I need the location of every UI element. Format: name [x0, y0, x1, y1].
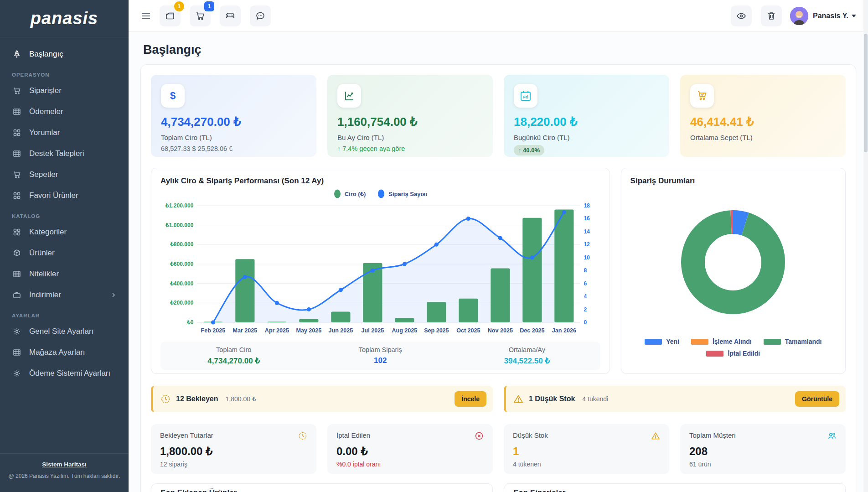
svg-text:Mar 2025: Mar 2025 — [233, 327, 258, 334]
cart-check-icon — [690, 84, 714, 108]
user-menu[interactable]: Panasis Y. — [790, 7, 856, 25]
alert-sub: 1,800.00 ₺ — [226, 395, 256, 403]
sidebar-item-label: Siparişler — [29, 86, 62, 95]
mini-card-toplam-musteri: Toplam Müşteri 208 61 ürün — [680, 424, 846, 474]
brand-logo[interactable]: panasis — [0, 0, 129, 37]
warning-icon — [651, 431, 660, 440]
svg-text:₺200.000: ₺200.000 — [170, 300, 194, 306]
sidebar-item-odeme-sistemi-ayarlari[interactable]: Ödeme Sistemi Ayarları — [0, 363, 129, 384]
combo-chart-legend: Ciro (₺) Sipariş Sayısı — [160, 187, 600, 200]
sidebar-item-urunler[interactable]: Ürünler — [0, 243, 129, 264]
svg-text:₺1.000.000: ₺1.000.000 — [165, 222, 194, 228]
footer-stat-value: 4,734,270.00 ₺ — [160, 356, 307, 366]
stat-value: 18,220.00 ₺ — [514, 115, 659, 129]
legend-item-yeni[interactable]: Yeni — [645, 338, 679, 345]
caret-down-icon — [852, 15, 856, 17]
svg-text:Dec 2025: Dec 2025 — [520, 327, 544, 334]
alert-title: 1 Düşük Stok — [529, 395, 575, 403]
mini-sub: 4 tükenen — [513, 461, 660, 468]
grid-icon — [12, 227, 22, 237]
alert-dusuk-stok: 1 Düşük Stok 4 tükendi Görüntüle — [504, 386, 846, 412]
sidebar-section-katalog: KATALOG — [0, 206, 129, 222]
svg-text:0: 0 — [584, 319, 587, 326]
cart-button[interactable]: 1 — [190, 5, 211, 26]
sidebar-item-magaza-ayarlari[interactable]: Mağaza Ayarları — [0, 342, 129, 363]
svg-text:₺600.000: ₺600.000 — [170, 261, 194, 267]
app-root: panasis Başlangıç OPERASYON Siparişler — [0, 0, 868, 492]
brand-logo-text: panasis — [31, 9, 98, 28]
svg-text:Apr 2025: Apr 2025 — [265, 327, 289, 334]
partial-card-title: Son Siparişler — [513, 488, 836, 492]
footer-stat-label: Toplam Sipariş — [307, 346, 454, 353]
svg-text:₺800.000: ₺800.000 — [170, 241, 194, 248]
alerts-row: 12 Bekleyen 1,800.00 ₺ İncele 1 Düşük St… — [151, 386, 846, 412]
sidebar-item-nitelikler[interactable]: Nitelikler — [0, 264, 129, 285]
sidebar-item-label: Mağaza Ayarları — [29, 348, 85, 357]
cart-badge: 1 — [204, 1, 214, 11]
sidebar-item-label: Kategoriler — [29, 228, 67, 237]
sidebar-item-odemeler[interactable]: Ödemeler — [0, 101, 129, 122]
content: Başlangıç $ 4,734,270.00 ₺ Toplam Ciro (… — [129, 32, 868, 492]
footer-stat-value: 394,522.50 ₺ — [454, 356, 600, 366]
sidebar-item-favori-urunler[interactable]: Favori Ürünler — [0, 185, 129, 206]
sidebar-item-indirimler[interactable]: İndirimler — [0, 285, 129, 306]
svg-text:16: 16 — [584, 215, 590, 222]
svg-text:2: 2 — [584, 306, 587, 313]
svg-text:Fri: Fri — [523, 95, 528, 99]
sidebar-item-siparisler[interactable]: Siparişler — [0, 80, 129, 101]
stat-value: 1,160,754.00 ₺ — [337, 115, 483, 129]
orders-box-button[interactable]: 1 — [160, 5, 181, 26]
legend-item-isleme-alindi[interactable]: İşleme Alındı — [691, 338, 752, 345]
partial-card-title: Son Eklenen Ürünler — [160, 488, 483, 492]
sidebar-nav: Başlangıç OPERASYON Siparişler Ödemeler — [0, 37, 129, 453]
donut-chart-card: Sipariş Durumları Yeni İşleme Alındı Tam… — [621, 168, 846, 374]
sidebar-item-baslangic[interactable]: Başlangıç — [0, 44, 129, 65]
svg-text:$: $ — [170, 90, 176, 101]
svg-text:Oct 2025: Oct 2025 — [456, 327, 480, 334]
stat-label: Toplam Ciro (TL) — [161, 134, 306, 141]
sidebar-item-yorumlar[interactable]: Yorumlar — [0, 122, 129, 143]
system-map-link[interactable]: Sistem Haritası — [42, 461, 87, 468]
hamburger-menu-icon[interactable] — [140, 10, 151, 21]
partial-cards-row: Son Eklenen Ürünler Son Siparişler — [151, 483, 846, 492]
dashboard-panel: $ 4,734,270.00 ₺ Toplam Ciro (TL) 68,527… — [140, 64, 856, 492]
stat-card-bugunku-ciro: Fri 18,220.00 ₺ Bugünkü Ciro (TL) ↑ 40.0… — [504, 75, 669, 157]
svg-text:12: 12 — [584, 241, 590, 248]
sidebar-item-genel-site-ayarlari[interactable]: Genel Site Ayarları — [0, 321, 129, 342]
combo-chart-title: Aylık Ciro & Sipariş Performansı (Son 12… — [160, 176, 600, 186]
stat-card-ortalama-sepet: 46,414.41 ₺ Ortalama Sepet (TL) — [680, 75, 846, 157]
chat-button[interactable] — [250, 5, 271, 26]
preview-eye-button[interactable] — [731, 5, 752, 26]
alert-bekleyen: 12 Bekleyen 1,800.00 ₺ İncele — [151, 386, 493, 412]
legend-item-siparis-sayisi[interactable]: Sipariş Sayısı — [377, 189, 427, 198]
scrollbar-thumb[interactable] — [864, 34, 868, 152]
mini-title: Toplam Müşteri — [689, 431, 736, 439]
sidebar-item-label: Ödemeler — [29, 107, 63, 116]
legend-swatch-ciro-icon — [334, 189, 341, 198]
grid-icon — [12, 128, 22, 138]
mini-card-bekleyen-tutarlar: Bekleyen Tutarlar 1,800.00 ₺ 12 sipariş — [151, 424, 316, 474]
trash-button[interactable] — [761, 5, 782, 26]
svg-text:Jun 2025: Jun 2025 — [329, 327, 353, 334]
combo-chart-card: Aylık Ciro & Sipariş Performansı (Son 12… — [151, 168, 610, 374]
partial-card-right: Son Siparişler — [504, 483, 846, 492]
page-scrollbar[interactable] — [863, 0, 868, 492]
ticket-button[interactable] — [220, 5, 241, 26]
legend-item-tamamlandi[interactable]: Tamamlandı — [764, 338, 822, 345]
legend-item-iptal-edildi[interactable]: İptal Edildi — [706, 350, 760, 357]
legend-item-ciro[interactable]: Ciro (₺) — [334, 189, 366, 198]
cart-icon — [12, 170, 22, 180]
goruntule-button[interactable]: Görüntüle — [795, 391, 839, 407]
calendar-icon: Fri — [514, 84, 537, 108]
cube-icon — [12, 248, 22, 258]
chevron-right-icon — [110, 292, 117, 298]
sidebar-item-kategoriler[interactable]: Kategoriler — [0, 222, 129, 243]
grid-icon — [12, 191, 22, 201]
sidebar-item-label: Ödeme Sistemi Ayarları — [29, 369, 110, 378]
gear-icon — [12, 368, 22, 378]
sidebar-item-sepetler[interactable]: Sepetler — [0, 164, 129, 185]
incele-button[interactable]: İncele — [455, 391, 486, 407]
legend-swatch-tamamlandi — [764, 339, 781, 345]
mini-cards-row: Bekleyen Tutarlar 1,800.00 ₺ 12 sipariş … — [151, 424, 846, 474]
sidebar-item-destek-talepleri[interactable]: Destek Talepleri — [0, 143, 129, 164]
